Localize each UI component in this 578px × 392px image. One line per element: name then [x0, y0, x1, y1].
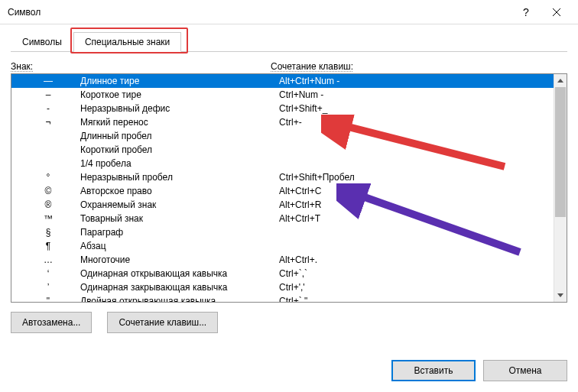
list-item-symbol: ™ [16, 213, 80, 224]
list-item[interactable]: -Неразрывный дефисCtrl+Shift+_ [11, 102, 554, 115]
tab-special-chars[interactable]: Специальные знаки [73, 32, 181, 52]
list-item-name: Двойная открывающая кавычка [80, 296, 279, 302]
list-item-name: Одинарная закрывающая кавычка [80, 282, 279, 293]
tab-symbols[interactable]: Символы [11, 32, 73, 52]
scroll-up-button[interactable] [554, 74, 567, 87]
list-item-name: Длинное тире [80, 76, 279, 86]
list-item-shortcut: Ctrl+',' [279, 282, 554, 293]
list-item-symbol: § [16, 227, 80, 238]
list-item[interactable]: ™Товарный знакAlt+Ctrl+T [11, 212, 554, 225]
list-item-shortcut: Ctrl+Shift+Пробел [279, 172, 554, 183]
titlebar: Символ ? [0, 0, 578, 24]
close-button[interactable] [541, 0, 572, 24]
svg-text:?: ? [523, 7, 529, 18]
list-item-symbol: ¬ [16, 117, 80, 128]
list-item-shortcut: Alt+Ctrl+. [279, 254, 554, 265]
scrollbar[interactable] [554, 74, 567, 302]
list-item-name: Неразрывный пробел [80, 172, 279, 183]
list-item-name: Авторское право [80, 186, 279, 196]
list-item[interactable]: Длинный пробел [11, 129, 554, 143]
column-header-symbol: Знак: [11, 61, 33, 72]
list-item-name: Многоточие [80, 254, 279, 265]
list-item[interactable]: ‘Одинарная открывающая кавычкаCtrl+`,` [11, 267, 554, 280]
list-item-name: Одинарная открывающая кавычка [80, 268, 279, 279]
list-item-name: Короткий пробел [80, 144, 279, 155]
cancel-button[interactable]: Отмена [483, 360, 567, 381]
list-item-shortcut: Alt+Ctrl+T [279, 213, 554, 224]
list-item[interactable]: Короткий пробел [11, 143, 554, 157]
autocorrect-button[interactable]: Автозамена... [11, 312, 92, 333]
list-item-name: Длинный пробел [80, 131, 279, 141]
list-item[interactable]: –Короткое тиреCtrl+Num - [11, 88, 554, 102]
list-item-shortcut: Alt+Ctrl+Num - [279, 76, 554, 86]
list-item-shortcut: Alt+Ctrl+R [279, 199, 554, 210]
list-item-symbol: ‘ [16, 268, 80, 279]
list-item-shortcut: Ctrl+Num - [279, 89, 554, 100]
list-item[interactable]: §Параграф [11, 225, 554, 239]
list-item-name: Короткое тире [80, 89, 279, 100]
list-item-name: Неразрывный дефис [80, 103, 279, 114]
list-item[interactable]: "Двойная открывающая кавычкаCtrl+`," [11, 294, 554, 302]
list-item-symbol: ’ [16, 282, 80, 293]
list-item[interactable]: ¬Мягкий переносCtrl+- [11, 115, 554, 129]
list-item-name: Товарный знак [80, 213, 279, 224]
list-item-name: 1/4 пробела [80, 158, 279, 169]
list-item[interactable]: ®Охраняемый знакAlt+Ctrl+R [11, 198, 554, 212]
list-item-shortcut: Ctrl+Shift+_ [279, 103, 554, 114]
help-button[interactable]: ? [511, 0, 541, 24]
tab-strip: Символы Специальные знаки [11, 31, 567, 52]
list-item-symbol: — [16, 76, 80, 86]
special-chars-listbox[interactable]: —Длинное тиреAlt+Ctrl+Num -–Короткое тир… [11, 73, 567, 303]
list-item-symbol: - [16, 103, 80, 114]
list-item[interactable]: 1/4 пробела [11, 157, 554, 170]
list-item-name: Мягкий перенос [80, 117, 279, 128]
list-item-symbol: ® [16, 199, 80, 210]
list-item-symbol: ° [16, 172, 80, 183]
list-item[interactable]: —Длинное тиреAlt+Ctrl+Num - [11, 74, 554, 88]
list-item-symbol: © [16, 186, 80, 196]
column-header-shortcut: Сочетание клавиш: [271, 61, 353, 72]
list-item-name: Охраняемый знак [80, 199, 279, 210]
list-item-symbol: " [16, 296, 80, 302]
svg-marker-3 [557, 79, 563, 83]
insert-button[interactable]: Вставить [391, 360, 476, 381]
list-item-shortcut: Ctrl+`,` [279, 268, 554, 279]
list-item[interactable]: ¶Абзац [11, 239, 554, 253]
list-item-name: Абзац [80, 241, 279, 251]
list-item-symbol: – [16, 89, 80, 100]
list-item-symbol: ¶ [16, 241, 80, 251]
scroll-thumb[interactable] [555, 87, 566, 217]
list-item-shortcut: Ctrl+- [279, 117, 554, 128]
svg-marker-4 [557, 293, 563, 297]
list-item-shortcut: Alt+Ctrl+C [279, 186, 554, 196]
assign-shortcut-button[interactable]: Сочетание клавиш... [107, 312, 218, 333]
list-item[interactable]: ©Авторское правоAlt+Ctrl+C [11, 184, 554, 198]
list-item[interactable]: …МноготочиеAlt+Ctrl+. [11, 253, 554, 267]
list-item-shortcut: Ctrl+`," [279, 296, 554, 302]
list-item[interactable]: °Неразрывный пробелCtrl+Shift+Пробел [11, 170, 554, 184]
list-item-symbol: … [16, 254, 80, 265]
list-item-name: Параграф [80, 227, 279, 238]
scroll-down-button[interactable] [554, 289, 567, 302]
window-title: Символ [8, 7, 511, 18]
list-item[interactable]: ’Одинарная закрывающая кавычкаCtrl+',' [11, 280, 554, 294]
